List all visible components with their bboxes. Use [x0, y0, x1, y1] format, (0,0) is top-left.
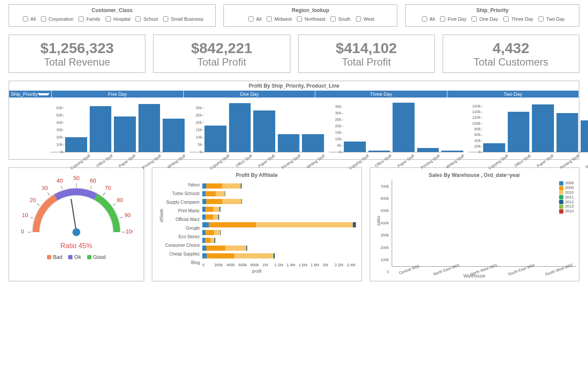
bar [90, 106, 112, 152]
filter-checkbox[interactable] [422, 16, 427, 22]
filter-option[interactable]: Corporation [39, 15, 73, 23]
filter-checkbox[interactable] [248, 16, 254, 22]
filter-option[interactable]: School [134, 15, 158, 23]
filter-option[interactable]: Two Day [537, 15, 565, 23]
filter-option[interactable]: All [21, 15, 36, 23]
y-tick-label: 25k [196, 113, 202, 117]
affiliate-label: Google [155, 226, 202, 230]
bar [253, 110, 275, 152]
filter-option[interactable]: Hospital [104, 15, 131, 23]
filter-checkbox[interactable] [267, 16, 272, 22]
affiliate-label: Turbo Schoolz [155, 191, 202, 196]
dropdown-icon [38, 93, 50, 95]
bar [581, 120, 588, 152]
svg-line-2 [30, 217, 33, 218]
bar [557, 113, 579, 152]
x-tick-label: 1.8M [311, 263, 323, 267]
svg-text:50: 50 [73, 175, 79, 181]
filter-checkbox[interactable] [330, 16, 336, 22]
bar-segment [202, 191, 205, 196]
filter-checkbox[interactable] [472, 16, 477, 22]
filter-option-label: South [338, 16, 351, 22]
filter-checkbox[interactable] [538, 16, 544, 22]
ship-priority-corner[interactable]: Ship_Priority [9, 91, 52, 98]
bar [114, 117, 136, 152]
filter-checkbox[interactable] [106, 16, 111, 22]
filter-option[interactable]: Northeast [295, 15, 325, 23]
bar-segment [353, 222, 356, 227]
filter-option[interactable]: One Day [470, 15, 498, 23]
kpi-card: $842,221Total Profit [153, 35, 290, 73]
affiliate-label: Official Warz [155, 217, 202, 222]
y-tick-label: 40k [475, 139, 481, 142]
bar-segment [205, 238, 211, 243]
y-tick-label: 25k [335, 118, 342, 122]
ratio-gauge: 0102030405060708090100 [20, 170, 132, 243]
legend-item: 2009 [559, 186, 574, 190]
bar-segment [222, 199, 242, 204]
filter-option[interactable]: West [354, 15, 374, 23]
bar-segment [206, 246, 226, 251]
bar-segment [202, 214, 205, 220]
bar [65, 137, 87, 152]
x-category-label: Paper Stuff [118, 153, 137, 168]
y-tick-label: 600k [380, 197, 389, 201]
bar-segment [205, 191, 216, 196]
affiliate-row: Bing [202, 252, 356, 259]
bar-segment [214, 238, 215, 243]
filter-checkbox[interactable] [135, 16, 141, 22]
y-tick-label: 20k [56, 135, 63, 139]
filter-option-label: All [31, 16, 36, 22]
bar-segment [213, 207, 220, 212]
filter-checkbox[interactable] [503, 16, 509, 22]
x-category-label: Office Stuff [374, 153, 393, 168]
svg-line-8 [61, 186, 62, 189]
bar [483, 143, 505, 152]
filter-checkbox[interactable] [297, 16, 302, 22]
svg-text:80: 80 [117, 197, 123, 203]
svg-text:30: 30 [41, 185, 47, 192]
filter-option[interactable]: Small Business [161, 15, 203, 23]
bar-segment [206, 199, 222, 204]
y-tick-label: 35k [335, 105, 342, 109]
filter-checkbox[interactable] [440, 16, 445, 22]
bar-segment [205, 230, 214, 235]
kpi-card: $414,102Total Profit [298, 35, 435, 73]
x-tick-label: 1M [262, 263, 274, 267]
affiliate-row: Google [202, 221, 356, 228]
x-category-label: Office Stuff [235, 153, 254, 168]
bar-segment [246, 246, 247, 251]
y-tick-label: 30k [56, 128, 63, 132]
filter-option[interactable]: Three Day [502, 15, 533, 23]
bar [393, 103, 415, 152]
bar-segment [202, 253, 207, 258]
x-tick-label: 200k [214, 263, 226, 267]
ship-priority-mini-chart: 020k40k60k80k100k120k140k160kCopying Stu… [466, 100, 588, 158]
filter-option[interactable]: Family [77, 15, 100, 23]
filter-checkbox[interactable] [41, 16, 46, 22]
affiliate-row: Eco Storez [202, 229, 356, 236]
y-tick-label: 50k [56, 113, 63, 117]
filter-checkbox[interactable] [23, 16, 28, 22]
filter-checkbox[interactable] [356, 16, 361, 22]
bar-segment [211, 238, 214, 243]
filter-checkbox[interactable] [163, 16, 168, 22]
filter-option[interactable]: All [420, 15, 435, 23]
bar-segment [234, 253, 274, 258]
affiliate-row: Yahoo [202, 183, 356, 189]
filter-option[interactable]: South [329, 15, 351, 23]
y-tick-label: 10k [196, 135, 202, 139]
kpi-card: 4,432Total Customers [443, 35, 579, 73]
filter-option[interactable]: All [247, 15, 261, 23]
filter-option[interactable]: Five Day [438, 15, 466, 23]
y-tick-label: 10k [56, 143, 63, 147]
filter-checkbox[interactable] [79, 16, 84, 22]
y-tick-label: 0 [200, 150, 202, 154]
filter-title: Customer_Class [13, 7, 211, 13]
y-tick-label: 120k [472, 116, 481, 120]
x-tick-label: 1.2M [274, 263, 286, 267]
filter-region_lookup: Region_lookupAllMidwestNortheastSouthWes… [223, 4, 398, 27]
bar-segment [225, 191, 225, 196]
filter-option-label: Family [86, 16, 100, 22]
filter-option[interactable]: Midwest [265, 15, 292, 23]
